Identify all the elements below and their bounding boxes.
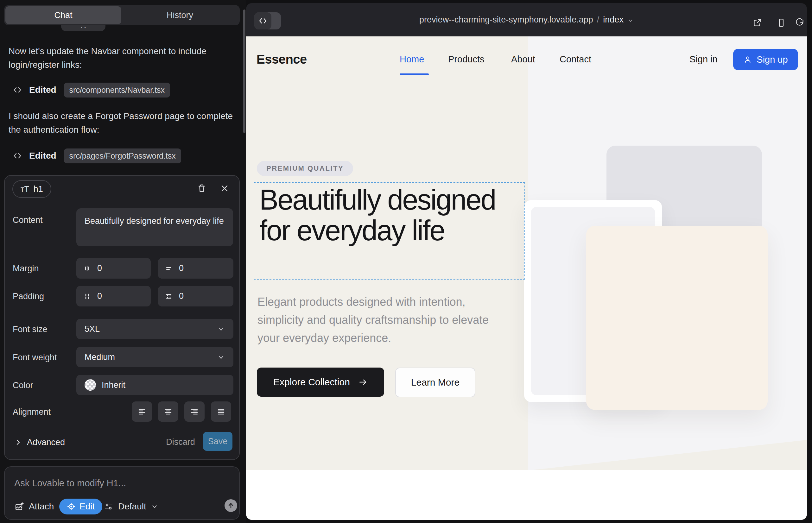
nav-link-contact[interactable]: Contact: [560, 54, 591, 65]
padding-vertical-icon: [164, 292, 173, 301]
margin-y-input[interactable]: 0: [158, 258, 233, 278]
prompt-input[interactable]: [14, 475, 223, 491]
chat-sidebar: ·· Chat History Now let's update the Nav…: [0, 0, 246, 523]
chevron-down-icon: [217, 325, 225, 333]
sidebar-scrollbar[interactable]: [243, 10, 245, 133]
font-size-select[interactable]: 5XL: [76, 319, 233, 339]
path-separator: /: [597, 15, 600, 25]
content-input[interactable]: Beautifully designed for everyday life: [76, 208, 233, 246]
align-justify-button[interactable]: [211, 401, 231, 422]
padding-label: Padding: [13, 292, 44, 301]
chevron-down-icon: [628, 17, 634, 24]
hero-badge: PREMIUM QUALITY: [257, 161, 353, 176]
trash-icon: [197, 183, 207, 194]
padding-x-input[interactable]: 0: [76, 286, 151, 306]
margin-horizontal-icon: [83, 264, 91, 273]
margin-vertical-icon: [164, 264, 173, 273]
sign-up-button[interactable]: Sign up: [733, 49, 798, 70]
arrow-up-icon: [227, 502, 235, 509]
file-chip[interactable]: src/pages/ForgotPassword.tsx: [64, 148, 181, 163]
mobile-preview-button[interactable]: [774, 16, 788, 30]
align-justify-icon: [216, 407, 226, 416]
user-icon: [743, 55, 752, 64]
arrow-right-icon: [358, 377, 368, 387]
preview-page: index: [603, 15, 623, 25]
prompt-composer: Attach Edit Default: [4, 466, 240, 520]
next-section-band: [246, 470, 807, 520]
font-weight-select[interactable]: Medium: [76, 347, 233, 367]
element-tag: h1: [34, 184, 43, 194]
attach-image-icon: [14, 502, 24, 511]
close-icon: [220, 184, 229, 193]
phone-icon: [776, 18, 786, 28]
external-link-icon: [752, 18, 762, 28]
edit-mode-button[interactable]: Edit: [59, 499, 102, 515]
refresh-icon: [795, 18, 805, 28]
transparency-swatch-icon: [85, 379, 96, 391]
preview-browser-frame: preview--charming-site-symphony.lovable.…: [246, 3, 807, 520]
delete-element-button[interactable]: [195, 181, 209, 195]
typography-icon: тT: [21, 184, 29, 194]
explore-collection-button[interactable]: Explore Collection: [257, 367, 384, 397]
chevron-right-icon: [14, 438, 22, 446]
file-chip[interactable]: src/components/Navbar.tsx: [64, 83, 170, 97]
chat-history-tabbar: Chat History: [4, 5, 240, 25]
edited-label: Edited: [29, 151, 56, 161]
site-logo[interactable]: Essence: [257, 52, 307, 67]
assistant-message: I should also create a Forgot Password p…: [8, 109, 235, 137]
advanced-toggle[interactable]: Advanced: [14, 433, 65, 452]
sign-in-link[interactable]: Sign in: [689, 54, 718, 65]
nav-link-products[interactable]: Products: [448, 54, 484, 65]
discard-button[interactable]: Discard: [163, 433, 198, 451]
color-select[interactable]: Inherit: [76, 375, 233, 395]
edited-file-row[interactable]: Edited src/components/Navbar.tsx: [13, 82, 170, 97]
color-label: Color: [13, 381, 33, 390]
code-icon: [13, 85, 22, 95]
active-nav-underline: [400, 73, 429, 75]
sliders-icon: [104, 502, 114, 511]
element-inspector-panel: тT h1 Content Beautifully designed for e…: [4, 175, 240, 460]
align-right-button[interactable]: [184, 401, 205, 422]
font-size-label: Font size: [13, 325, 48, 334]
edited-file-row[interactable]: Edited src/pages/ForgotPassword.tsx: [13, 148, 181, 163]
tab-history[interactable]: History: [121, 6, 239, 24]
align-center-icon: [163, 407, 173, 416]
content-label: Content: [13, 215, 43, 225]
assistant-message: Now let's update the Navbar component to…: [8, 44, 235, 72]
site-canvas: Essence Home Products About Contact Sign…: [246, 36, 807, 520]
learn-more-button[interactable]: Learn More: [395, 367, 475, 397]
padding-y-input[interactable]: 0: [158, 286, 233, 306]
margin-x-input[interactable]: 0: [76, 258, 151, 278]
chevron-down-icon: [217, 353, 225, 361]
close-inspector-button[interactable]: [217, 181, 231, 195]
chevron-down-icon: [151, 503, 158, 510]
tab-chat[interactable]: Chat: [5, 6, 121, 24]
decorative-card-beige: [586, 226, 768, 410]
font-weight-label: Font weight: [13, 353, 57, 362]
address-bar[interactable]: preview--charming-site-symphony.lovable.…: [246, 3, 807, 36]
align-center-button[interactable]: [158, 401, 178, 422]
attach-button[interactable]: Attach: [14, 499, 54, 515]
code-icon: [13, 151, 22, 161]
open-in-new-tab-button[interactable]: [750, 16, 764, 30]
nav-link-home[interactable]: Home: [400, 54, 424, 65]
align-left-icon: [137, 407, 147, 416]
mode-selector[interactable]: Default: [104, 499, 158, 515]
hero-headline[interactable]: Beautifully designed for everyday life: [259, 184, 513, 246]
align-left-button[interactable]: [132, 401, 152, 422]
margin-label: Margin: [13, 264, 39, 273]
hero-description: Elegant products designed with intention…: [258, 293, 514, 347]
padding-horizontal-icon: [83, 292, 91, 301]
refresh-button[interactable]: [793, 16, 807, 30]
target-icon: [67, 502, 76, 511]
edited-label: Edited: [29, 85, 56, 95]
send-button[interactable]: [225, 499, 237, 512]
selected-element-chip[interactable]: тT h1: [12, 180, 51, 198]
save-button[interactable]: Save: [203, 432, 232, 451]
align-right-icon: [190, 407, 199, 416]
nav-link-about[interactable]: About: [511, 54, 535, 65]
preview-domain: preview--charming-site-symphony.lovable.…: [419, 15, 593, 25]
alignment-label: Alignment: [13, 407, 51, 417]
